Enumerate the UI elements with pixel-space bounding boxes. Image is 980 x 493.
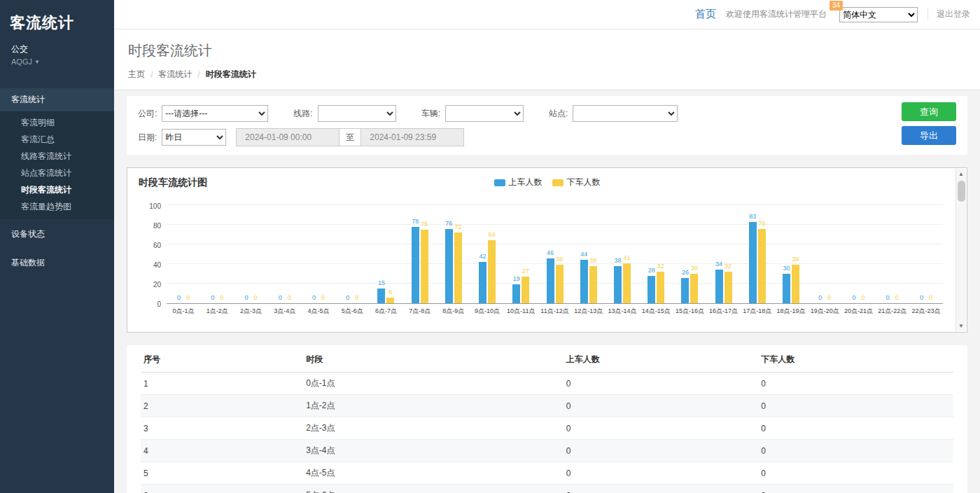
bar-alighting: 27 xyxy=(522,277,529,303)
table-header-row: 序号时段上车人数下车人数 xyxy=(141,347,953,373)
time-period-table: 序号时段上车人数下车人数 10点-1点0021点-2点0032点-3点0043点… xyxy=(141,347,953,493)
bar-group: 00 xyxy=(876,206,909,303)
sidebar-section-1[interactable]: 设备状态 xyxy=(0,221,114,248)
scrollbar-up-arrow[interactable]: ▲ xyxy=(956,169,967,179)
x-axis-tick-label: 19点-20点 xyxy=(808,307,841,316)
company-selector[interactable]: AQGJ ▼ xyxy=(0,55,114,71)
bar-group: 4438 xyxy=(572,206,606,303)
bar-alighting: 38 xyxy=(589,266,597,303)
bar-value-label: 0 xyxy=(177,294,181,302)
sidebar-section-2[interactable]: 基础数据 xyxy=(0,249,114,277)
table-cell: 0 xyxy=(758,417,953,440)
bar-value-label: 27 xyxy=(522,268,529,275)
bar-boarding: 38 xyxy=(614,266,622,303)
x-axis-tick-label: 1点-2点 xyxy=(200,307,234,316)
bar-value-label: 15 xyxy=(378,279,385,287)
sidebar-item[interactable]: 客流汇总 xyxy=(0,131,114,148)
station-filter: 站点: xyxy=(549,105,678,122)
company-select[interactable]: ---请选择--- xyxy=(162,105,268,122)
table-header-cell: 时段 xyxy=(303,347,564,373)
x-axis-tick-label: 12点-13点 xyxy=(572,307,606,316)
bar-group: 00 xyxy=(268,206,302,303)
scrollbar-thumb[interactable] xyxy=(958,181,965,202)
bar-group: 4639 xyxy=(538,206,571,303)
station-select[interactable] xyxy=(573,105,678,122)
date-preset-select[interactable]: 昨日 xyxy=(162,129,226,146)
bar-value-label: 76 xyxy=(445,220,452,228)
sidebar-item[interactable]: 客流明细 xyxy=(0,114,114,131)
filter-row-1: 公司: ---请选择--- 线路: 车辆: 站点: xyxy=(138,104,956,123)
logout-link[interactable]: 退出登录 xyxy=(927,8,970,20)
x-axis-tick-label: 10点-11点 xyxy=(504,307,538,316)
sidebar-section-0[interactable]: 客流统计 xyxy=(0,88,114,111)
breadcrumb-section[interactable]: 客流统计 xyxy=(158,69,192,81)
table-cell: 0 xyxy=(564,440,759,462)
bar-alighting: 75 xyxy=(421,230,428,303)
bar-alighting: 64 xyxy=(488,240,496,303)
breadcrumb-home[interactable]: 主页 xyxy=(128,69,145,81)
x-axis-tick-label: 2点-3点 xyxy=(234,307,267,316)
sidebar-submenu: 客流明细客流汇总线路客流统计站点客流统计时段客流统计客流量趋势图 xyxy=(0,111,114,219)
sidebar-item[interactable]: 客流量趋势图 xyxy=(0,198,114,215)
y-axis-tick-label: 40 xyxy=(153,261,161,269)
legend-item-alighting[interactable]: 下车人数 xyxy=(552,176,601,188)
page-heading: 时段客流统计 主页 / 客流统计 / 时段客流统计 xyxy=(114,29,980,90)
chart-body: 020406080100 000000000000156787576724264… xyxy=(139,206,943,316)
content: 公司: ---请选择--- 线路: 车辆: 站点: xyxy=(114,90,980,493)
bar-alighting: 76 xyxy=(758,229,766,303)
bar-boarding: 34 xyxy=(715,270,723,303)
table-row: 43点-4点00 xyxy=(141,440,953,462)
bar-value-label: 0 xyxy=(929,294,932,302)
legend-item-boarding[interactable]: 上车人数 xyxy=(494,176,542,188)
company-label: 公司: xyxy=(138,108,157,120)
bar-group: 2630 xyxy=(673,206,706,303)
vehicle-select[interactable] xyxy=(445,105,524,122)
language-select[interactable]: 简体中文 xyxy=(839,7,918,22)
bar-boarding: 44 xyxy=(580,260,588,303)
bar-group: 00 xyxy=(200,206,234,303)
table-cell: 4点-5点 xyxy=(303,462,564,485)
x-axis-tick-label: 6点-7点 xyxy=(369,307,402,316)
filter-panel: 公司: ---请选择--- 线路: 车辆: 站点: xyxy=(127,96,967,155)
bar-group: 4264 xyxy=(470,206,504,303)
table-header-cell: 序号 xyxy=(141,347,303,373)
date-preset-filter: 日期: 昨日 xyxy=(138,129,226,146)
date-start-input[interactable]: 2024-01-09 00:00 xyxy=(236,128,340,146)
table-cell: 1 xyxy=(141,373,303,395)
sidebar-item[interactable]: 站点客流统计 xyxy=(0,165,114,181)
line-select[interactable] xyxy=(318,105,396,122)
bar-group: 00 xyxy=(167,206,200,303)
x-axis-tick-label: 11点-12点 xyxy=(538,307,571,316)
table-row: 32点-3点00 xyxy=(141,417,953,440)
bar-value-label: 0 xyxy=(920,294,923,302)
y-axis-tick-label: 80 xyxy=(153,222,161,230)
x-axis-tick-label: 3点-4点 xyxy=(268,307,302,316)
scrollbar-down-arrow[interactable]: ▼ xyxy=(956,321,967,331)
table-cell: 5 xyxy=(141,462,303,485)
table-cell: 0 xyxy=(758,485,953,493)
sidebar-item[interactable]: 时段客流统计 xyxy=(0,181,114,198)
table-row: 10点-1点00 xyxy=(141,373,953,395)
bar-value-label: 32 xyxy=(724,263,732,270)
x-axis-tick-label: 18点-19点 xyxy=(774,307,808,316)
export-button[interactable]: 导出 xyxy=(902,126,956,145)
home-link[interactable]: 首页 xyxy=(695,8,716,21)
bar-value-label: 0 xyxy=(886,294,890,302)
brand-title: 客流统计 xyxy=(0,0,114,39)
x-axis-tick-label: 0点-1点 xyxy=(167,307,200,316)
bar-value-label: 78 xyxy=(412,218,419,225)
line-filter: 线路: xyxy=(293,105,396,122)
bar-value-label: 26 xyxy=(682,269,689,277)
sidebar-item[interactable]: 线路客流统计 xyxy=(0,148,114,165)
date-end-input[interactable]: 2024-01-09 23:59 xyxy=(360,128,464,146)
welcome-text: 欢迎使用客流统计管理平台 xyxy=(726,8,827,20)
date-range-separator: 至 xyxy=(339,128,361,146)
bar-boarding: 15 xyxy=(377,289,385,303)
bar-value-label: 30 xyxy=(783,265,790,272)
bar-value-label: 34 xyxy=(715,261,722,268)
bar-group: 7875 xyxy=(403,206,437,303)
breadcrumb-separator: / xyxy=(197,70,200,80)
bar-value-label: 0 xyxy=(321,294,325,302)
search-button[interactable]: 查询 xyxy=(902,102,956,121)
bar-group: 3039 xyxy=(774,206,808,303)
